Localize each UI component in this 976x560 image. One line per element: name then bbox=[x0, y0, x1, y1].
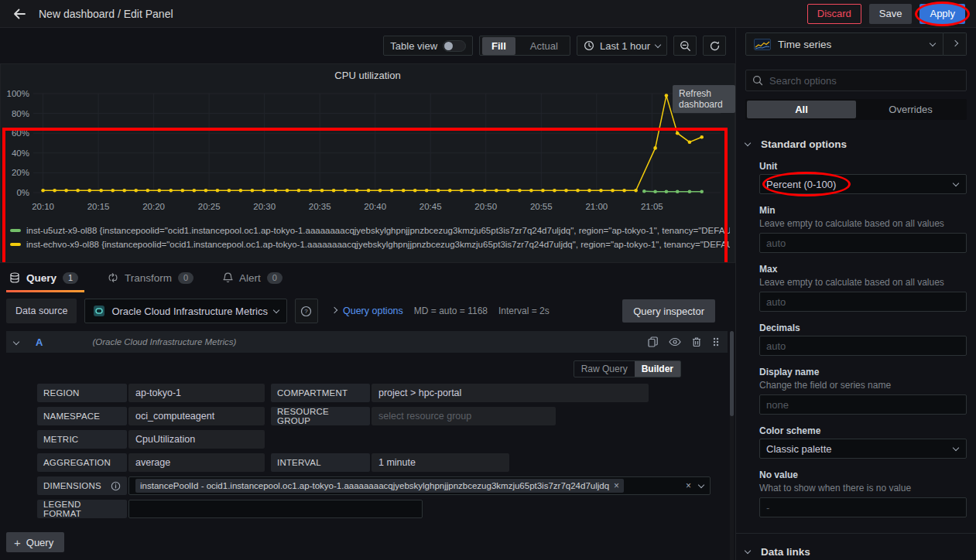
clear-dimensions-icon[interactable]: × bbox=[686, 480, 691, 491]
datasource-select[interactable]: Oracle Cloud Infrastructure Metrics bbox=[84, 299, 287, 323]
fill-actual-segment: Fill Actual bbox=[479, 36, 570, 56]
compartment-select[interactable]: project > hpc-portal bbox=[372, 384, 649, 402]
search-options-input[interactable] bbox=[769, 75, 960, 87]
chevron-down-icon bbox=[745, 548, 751, 554]
query-options-group[interactable]: Query options MD = auto = 1168 Interval … bbox=[332, 306, 550, 316]
legend-format-input[interactable] bbox=[128, 500, 423, 518]
chevron-down-icon bbox=[745, 140, 751, 146]
svg-text:40%: 40% bbox=[12, 149, 29, 158]
interval-text: Interval = 2s bbox=[498, 306, 550, 316]
discard-button[interactable]: Discard bbox=[807, 4, 861, 24]
raw-query-option[interactable]: Raw Query bbox=[574, 361, 635, 377]
query-inspector-button[interactable]: Query inspector bbox=[622, 299, 715, 323]
svg-text:100%: 100% bbox=[7, 89, 29, 98]
legend-item[interactable]: inst-u5uzt-x9-ol88 {instancepoolid="ocid… bbox=[10, 224, 730, 237]
table-view-control[interactable]: Table view bbox=[383, 36, 473, 56]
legend-label: inst-echvo-x9-ol88 {instancepoolid="ocid… bbox=[26, 240, 730, 249]
refresh-button[interactable] bbox=[703, 36, 726, 56]
svg-text:20:30: 20:30 bbox=[253, 202, 276, 211]
unit-select[interactable]: Percent (0-100) bbox=[759, 174, 967, 194]
query-ref-id: A bbox=[36, 336, 43, 348]
delete-query-trash-icon[interactable] bbox=[692, 336, 701, 347]
svg-text:?: ? bbox=[305, 308, 309, 315]
color-scheme-select[interactable]: Classic palette bbox=[759, 439, 967, 459]
dimensions-multiselect[interactable]: instancePoolId - ocid1.instancepool.oc1.… bbox=[128, 476, 711, 495]
standard-options-title: Standard options bbox=[761, 138, 847, 150]
scrollbar-track[interactable] bbox=[730, 331, 734, 560]
drag-handle-icon[interactable] bbox=[712, 336, 720, 347]
add-query-label: Query bbox=[26, 537, 53, 548]
tab-alert-label: Alert bbox=[239, 272, 261, 284]
metric-select[interactable]: CpuUtilization bbox=[128, 430, 265, 449]
no-value-input[interactable] bbox=[759, 497, 967, 517]
decimals-input[interactable] bbox=[759, 336, 967, 356]
edit-tabs: Query 1 Transform 0 Alert 0 bbox=[0, 263, 735, 292]
min-label: Min bbox=[759, 205, 967, 216]
tab-query[interactable]: Query 1 bbox=[9, 263, 78, 292]
svg-text:80%: 80% bbox=[12, 109, 29, 118]
save-button[interactable]: Save bbox=[869, 4, 913, 24]
legend-label: inst-u5uzt-x9-ol88 {instancepoolid="ocid… bbox=[26, 226, 730, 235]
field-row: METRIC CpuUtilization bbox=[37, 430, 728, 449]
tab-transform[interactable]: Transform 0 bbox=[108, 263, 193, 292]
hide-query-eye-icon[interactable] bbox=[669, 337, 681, 347]
resource-group-label: RESOURCE GROUP bbox=[271, 407, 370, 425]
field-row: LEGEND FORMAT bbox=[37, 500, 728, 518]
display-name-label: Display name bbox=[759, 367, 967, 377]
no-value-description: What to show when there is no value bbox=[759, 483, 967, 493]
add-query-button[interactable]: + Query bbox=[6, 532, 64, 552]
tab-overrides[interactable]: Overrides bbox=[856, 101, 965, 118]
aggregation-select[interactable]: average bbox=[128, 453, 265, 472]
remove-dimension-icon[interactable]: × bbox=[614, 480, 619, 491]
dimensions-label: DIMENSIONS bbox=[43, 481, 101, 490]
scrollbar-thumb[interactable] bbox=[730, 331, 734, 416]
query-row-header[interactable]: A (Oracle Cloud Infrastructure Metrics) bbox=[6, 331, 728, 353]
query-options-link[interactable]: Query options bbox=[343, 306, 403, 316]
actual-option[interactable]: Actual bbox=[521, 37, 567, 55]
chevron-down-icon[interactable] bbox=[698, 481, 704, 487]
zoom-out-button[interactable] bbox=[673, 36, 697, 56]
min-input[interactable] bbox=[759, 233, 967, 253]
builder-toggle-row: Raw Query Builder bbox=[6, 360, 681, 377]
tab-alert[interactable]: Alert 0 bbox=[223, 263, 283, 292]
no-value-field: No value What to show when there is no v… bbox=[745, 470, 967, 517]
interval-select[interactable]: 1 minute bbox=[372, 453, 509, 472]
duplicate-query-icon[interactable] bbox=[648, 336, 658, 347]
time-series-chart[interactable]: 0%20%40%60%80%100%20:1020:1520:2020:2520… bbox=[1, 86, 728, 219]
back-arrow-icon[interactable] bbox=[8, 2, 31, 26]
apply-button[interactable]: Apply bbox=[919, 4, 965, 24]
visualization-select[interactable]: Time series bbox=[745, 32, 943, 56]
data-links-header[interactable]: Data links bbox=[745, 546, 967, 558]
table-view-toggle[interactable] bbox=[443, 40, 466, 52]
datasource-help-button[interactable]: ? bbox=[295, 299, 318, 323]
toggle-viz-picker-button[interactable] bbox=[943, 32, 967, 56]
chevron-right-icon bbox=[951, 39, 957, 46]
fill-option[interactable]: Fill bbox=[482, 37, 515, 55]
unit-label: Unit bbox=[759, 161, 967, 172]
resource-group-select[interactable]: select resource group bbox=[372, 407, 556, 425]
cpu-utilization-panel: CPU utilization 0%20%40%60%80%100%20:102… bbox=[0, 63, 735, 263]
decimals-field: Decimals bbox=[745, 323, 967, 356]
namespace-select[interactable]: oci_computeagent bbox=[128, 407, 265, 425]
visualization-row: Time series bbox=[745, 32, 967, 56]
grafana-edit-panel: New dashboard / Edit Panel Discard Save … bbox=[0, 0, 976, 560]
svg-text:20:45: 20:45 bbox=[420, 202, 442, 211]
chart-gridlines bbox=[33, 94, 721, 193]
options-pane: Time series All Overrides Standard optio… bbox=[735, 28, 976, 560]
standard-options-header[interactable]: Standard options bbox=[745, 138, 967, 150]
legend-item[interactable]: inst-echvo-x9-ol88 {instancepoolid="ocid… bbox=[10, 237, 730, 251]
search-icon bbox=[752, 75, 763, 86]
builder-option[interactable]: Builder bbox=[635, 361, 680, 377]
time-range-picker[interactable]: Last 1 hour bbox=[577, 36, 667, 56]
region-select[interactable]: ap-tokyo-1 bbox=[128, 384, 265, 402]
refresh-tooltip: Refresh dashboard bbox=[673, 85, 735, 113]
tab-all[interactable]: All bbox=[747, 101, 856, 118]
max-input[interactable] bbox=[759, 292, 967, 312]
svg-text:20:40: 20:40 bbox=[364, 202, 386, 211]
info-circle-icon bbox=[111, 481, 121, 491]
display-name-input[interactable] bbox=[759, 394, 967, 415]
svg-text:20%: 20% bbox=[12, 168, 29, 177]
collapse-chevron-icon[interactable] bbox=[13, 339, 19, 345]
table-view-label: Table view bbox=[390, 40, 437, 52]
aggregation-label: AGGREGATION bbox=[37, 453, 127, 472]
